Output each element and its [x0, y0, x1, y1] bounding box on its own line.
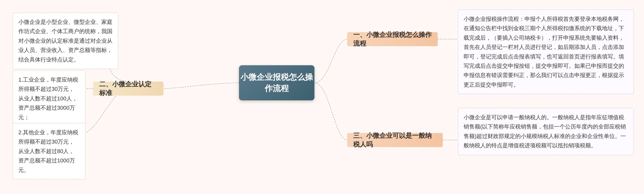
right-node-3: 三、小微企业可以是一般纳税人吗	[347, 133, 443, 147]
text-box-right-top: 小微企业报税操作流程：申报个人所得税首先要登录本地税务网，在通知公告栏中找到金税…	[458, 10, 634, 94]
right-node-1-label: 一、小微企业报税怎么操作流程	[353, 30, 432, 48]
text-box-left-mid1: 1.工业企业，年度应纳税所得额不超过30万元，从业人数不超过100人，资产总额不…	[13, 70, 86, 127]
mind-map-canvas: 小微企业报税怎么操作流程 一、小微企业报税怎么操作流程 三、小微企业可以是一般纳…	[0, 0, 644, 194]
text-right-top: 小微企业报税操作流程：申报个人所得税首先要登录本地税务网，在通知公告栏中找到金税…	[464, 16, 624, 88]
center-node-label: 小微企业报税怎么操作流程	[239, 72, 314, 94]
text-box-right-bot: 小微企业是可以申请一般纳税人的。一般纳税人是指年应征增值税销售额(以下简称年应税…	[458, 108, 634, 155]
text-left-mid2: 2.其他企业，年度应纳税所得额不超过30万元，从业人数不超过80人，资产总额不超…	[18, 129, 78, 173]
left-node-2: 二、小微企业认定标准	[93, 82, 164, 96]
center-node: 小微企业报税怎么操作流程	[239, 65, 314, 100]
text-left-top: 小微企业是小型企业、微型企业、家庭作坊式企业、个体工商户的统称，我国对小微企业的…	[18, 19, 112, 63]
text-box-left-top: 小微企业是小型企业、微型企业、家庭作坊式企业、个体工商户的统称，我国对小微企业的…	[13, 13, 118, 69]
text-right-bot: 小微企业是可以申请一般纳税人的。一般纳税人是指年应征增值税销售额(以下简称年应税…	[464, 114, 626, 149]
text-left-mid1: 1.工业企业，年度应纳税所得额不超过30万元，从业人数不超过100人，资产总额不…	[18, 77, 78, 120]
left-node-2-label: 二、小微企业认定标准	[99, 80, 157, 97]
right-node-3-label: 三、小微企业可以是一般纳税人吗	[353, 131, 437, 149]
right-node-1: 一、小微企业报税怎么操作流程	[347, 32, 438, 46]
text-box-left-mid2: 2.其他企业，年度应纳税所得额不超过30万元，从业人数不超过80人，资产总额不超…	[13, 123, 86, 179]
